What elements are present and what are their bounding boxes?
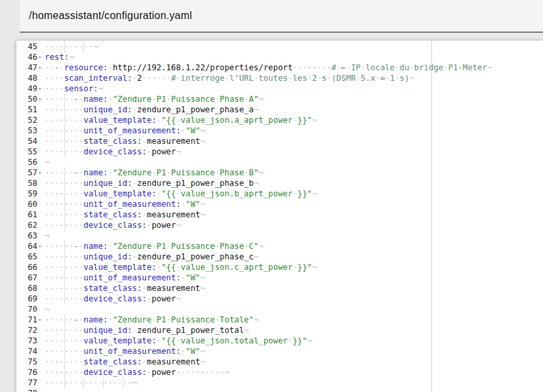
code-line[interactable]: ········unit_of_measurement:·"W"¬ <box>45 346 543 357</box>
line-number[interactable]: 64▾ <box>16 241 43 251</box>
code-line[interactable]: ··········¬ <box>45 41 543 52</box>
code-line[interactable]: ········unique_id:·zendure_p1_power_phas… <box>45 178 543 188</box>
line-number[interactable]: 68 <box>16 283 43 294</box>
code-line[interactable]: ······-·name:·"Zendure·P1·Puissance·Phas… <box>45 94 543 104</box>
line-number[interactable]: 63 <box>16 230 43 241</box>
line-number[interactable]: 73 <box>16 336 43 346</box>
line-number[interactable]: 60 <box>16 199 43 209</box>
code-line[interactable]: ········value_template:·"{{·value_json.a… <box>45 115 543 125</box>
line-number[interactable]: 74 <box>16 346 43 357</box>
code-line[interactable]: ········value_template:·"{{·value_json.c… <box>45 262 543 272</box>
fold-arrow-icon[interactable]: ▾ <box>38 94 45 104</box>
code-line[interactable]: ··-·resource:·http://192.168.1.22/proper… <box>45 62 543 73</box>
code-area[interactable]: ··········¬rest:¬··-·resource:·http://19… <box>45 41 543 392</box>
code-line[interactable]: ····sensor:¬ <box>45 83 543 94</box>
line-number[interactable]: 54 <box>16 136 43 146</box>
line-number[interactable]: 46▾ <box>16 52 43 62</box>
code-line[interactable]: ········unit_of_measurement:·"W"¬ <box>45 272 543 283</box>
code-line[interactable]: ······-·name:·"Zendure·P1·Puissance·Phas… <box>45 167 543 178</box>
code-line[interactable]: ········state_class:·measurement¬ <box>45 136 543 146</box>
line-number[interactable]: 75 <box>16 357 43 367</box>
line-number[interactable]: 47▾ <box>16 62 43 73</box>
fold-arrow-icon[interactable]: ▾ <box>38 315 45 325</box>
gutter: 4546▾47▾4849▾50▾51525354555657▾585960616… <box>16 41 43 392</box>
line-number[interactable]: 49▾ <box>16 83 43 94</box>
code-line[interactable]: ··················¬ <box>45 378 543 388</box>
fold-arrow-icon[interactable]: ▾ <box>38 167 45 178</box>
code-line[interactable]: ········unit_of_measurement:·"W"¬ <box>45 199 543 209</box>
file-header-bar: /homeassistant/configuration.yaml <box>20 0 543 33</box>
code-line[interactable]: ¬ <box>45 304 543 315</box>
code-line[interactable]: ········state_class:·measurement¬ <box>45 209 543 220</box>
code-line[interactable] <box>45 388 543 392</box>
line-number[interactable]: 70 <box>16 304 43 315</box>
file-path: /homeassistant/configuration.yaml <box>29 10 192 22</box>
line-number[interactable]: 59 <box>16 188 43 199</box>
fold-arrow-icon[interactable]: ▾ <box>38 62 45 73</box>
line-number[interactable]: 50▾ <box>16 94 43 104</box>
code-line[interactable]: ········value_template:·"{{·value_json.b… <box>45 188 543 199</box>
code-line[interactable]: ········device_class:·power¬ <box>45 220 543 230</box>
code-line[interactable]: ······-·name:·"Zendure·P1·Puissance·Phas… <box>45 241 543 251</box>
code-line[interactable]: ········unit_of_measurement:·"W"¬ <box>45 125 543 136</box>
code-line[interactable]: ········state_class:·measurement¬ <box>45 283 543 294</box>
line-number[interactable]: 62 <box>16 220 43 230</box>
code-line[interactable]: ········device_class:·power¬ <box>45 146 543 157</box>
code-line[interactable]: ¬ <box>45 157 543 167</box>
code-line[interactable]: ········unique_id:·zendure_p1_power_phas… <box>45 104 543 115</box>
fold-arrow-icon[interactable]: ▾ <box>38 52 45 62</box>
fold-arrow-icon[interactable]: ▾ <box>38 83 45 94</box>
line-number[interactable]: 56 <box>16 157 43 167</box>
code-line[interactable]: ········state_class:·measurement¬ <box>45 357 543 367</box>
fold-arrow-icon[interactable]: ▾ <box>38 241 45 251</box>
code-line[interactable]: ········device_class:·power¬ <box>45 294 543 304</box>
code-line[interactable]: ······-·name:·"Zendure·P1·Puissance·Tota… <box>45 315 543 325</box>
code-line[interactable]: ····scan_interval:·2······#·interroge·l’… <box>45 73 543 83</box>
code-line[interactable]: ········value_template:·"{{·value_json.t… <box>45 336 543 346</box>
line-number[interactable]: 52 <box>16 115 43 125</box>
line-number[interactable]: 65 <box>16 251 43 262</box>
code-line[interactable]: ········device_class:·power··········¬ <box>45 367 543 378</box>
line-number[interactable]: 55 <box>16 146 43 157</box>
line-number[interactable]: 58 <box>16 178 43 188</box>
line-number[interactable]: 69 <box>16 294 43 304</box>
code-line[interactable]: ········unique_id:·zendure_p1_power_phas… <box>45 251 543 262</box>
line-number[interactable]: 53 <box>16 125 43 136</box>
line-number[interactable]: 48 <box>16 73 43 83</box>
line-number[interactable]: 72 <box>16 325 43 336</box>
code-line[interactable]: rest:¬ <box>45 52 543 62</box>
line-number[interactable]: 67 <box>16 272 43 283</box>
line-number[interactable]: 71▾ <box>16 315 43 325</box>
line-number[interactable]: 66 <box>16 262 43 272</box>
line-number[interactable]: 78 <box>16 388 43 392</box>
code-line[interactable]: ········unique_id:·zendure_p1_power_tota… <box>45 325 543 336</box>
code-editor[interactable]: 4546▾47▾4849▾50▾51525354555657▾585960616… <box>16 41 543 392</box>
line-number[interactable]: 77 <box>16 378 43 388</box>
line-number[interactable]: 45 <box>16 41 43 52</box>
line-number[interactable]: 76 <box>16 367 43 378</box>
code-line[interactable]: ¬ <box>45 230 543 241</box>
line-number[interactable]: 61 <box>16 209 43 220</box>
line-number[interactable]: 51 <box>16 104 43 115</box>
line-number[interactable]: 57▾ <box>16 167 43 178</box>
